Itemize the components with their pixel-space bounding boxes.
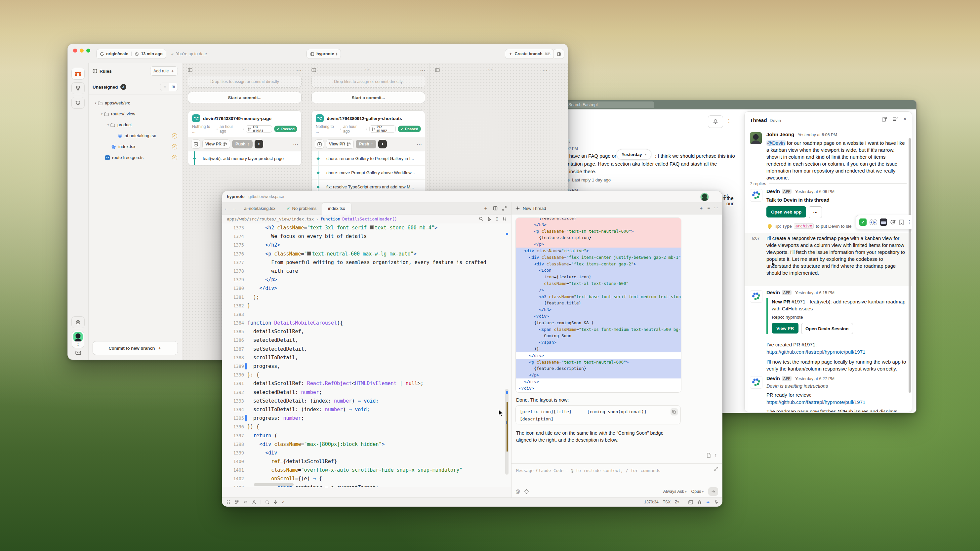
ci-status-badge[interactable]: ✓ Passed	[398, 125, 421, 132]
markdown-file-icon[interactable]	[706, 452, 711, 458]
check-icon[interactable]: ✓	[282, 500, 285, 504]
cursor-position[interactable]: 1370:34	[644, 500, 658, 504]
code-line[interactable]: 1382}	[222, 302, 511, 310]
new-tab-icon[interactable]: ＋	[483, 205, 488, 212]
panel-menu-icon[interactable]: ⋯	[714, 205, 718, 211]
code-line[interactable]: 1377 From powerful editing to seamless o…	[222, 258, 511, 267]
pointer-icon[interactable]	[487, 217, 492, 221]
branch-name[interactable]: devin/1764380912-gallery-shortcuts	[327, 116, 402, 121]
drop-zone[interactable]: Drop files to assign or commit directly	[312, 76, 425, 87]
code-line[interactable]: 1384function DetailsMobileCarousel({	[222, 319, 511, 327]
code-line[interactable]: 1401 className="overflow-x-auto scrollba…	[222, 466, 511, 474]
file-tree-item-routes-view[interactable]: ▾routes/_view	[91, 108, 180, 119]
chevron-down-icon[interactable]: ▾	[106, 123, 110, 127]
create-branch-button[interactable]: ＋ Create branch ⌘B	[505, 49, 554, 59]
replies-count[interactable]: 7 replies	[750, 181, 766, 186]
ibeam-icon[interactable]: I	[496, 216, 498, 221]
breadcrumb[interactable]: apps/web/src/routes/_view/index.tsx › fu…	[222, 214, 511, 224]
ci-status-badge[interactable]: ✓ Passed	[274, 125, 297, 132]
message-author[interactable]: Devin	[767, 289, 780, 295]
problems-indicator[interactable]: ✓No problems	[282, 206, 322, 211]
code-line[interactable]: 1392 selectedDetail: number;	[222, 388, 511, 397]
popout-icon[interactable]	[881, 116, 887, 122]
close-window-button[interactable]	[73, 49, 77, 52]
traffic-lights[interactable]	[73, 49, 90, 52]
start-commit-button[interactable]: Start a commit...	[312, 92, 425, 103]
ai-actions-button[interactable]: ✦	[378, 140, 387, 148]
file-tree-item-apps-web-src[interactable]: ▾apps/web/src	[91, 97, 180, 108]
code-line[interactable]: 1395 progress: number;	[222, 414, 511, 422]
commit-item[interactable]: ◆chore: rename Gallery to Prompt Gallery…	[312, 151, 425, 165]
assign-button[interactable]	[191, 140, 200, 149]
scroll-up-icon[interactable]: ↑	[714, 452, 717, 458]
panel-toggle-button[interactable]	[553, 49, 565, 59]
pr-link[interactable]: https://github.com/fastrepl/hyprnote/pul…	[767, 348, 865, 355]
language-mode[interactable]: TSX	[663, 500, 671, 504]
lane-menu-icon[interactable]: ⋯	[542, 67, 547, 73]
horizontal-scrollbar[interactable]	[254, 483, 294, 486]
view-pr-button[interactable]: View PR	[202, 140, 230, 149]
pr-link[interactable]: https://github.com/fastrepl/hyprnote/pul…	[767, 399, 865, 406]
message-author[interactable]: Devin	[767, 188, 780, 194]
avatar[interactable]	[750, 132, 762, 144]
expand-input-icon[interactable]	[714, 467, 718, 471]
diff-block[interactable]: {feature.title} </h3> <p className="text…	[515, 218, 681, 393]
collaborators-icon[interactable]	[252, 500, 256, 504]
lane-menu-icon[interactable]: ⋯	[296, 67, 302, 73]
list-view-button[interactable]: ≡	[161, 83, 169, 91]
base-branch-pill[interactable]: origin/main 13 min ago	[96, 49, 166, 59]
slack-search-input[interactable]: Search Fastrepl	[565, 102, 654, 108]
slack-titlebar[interactable]: Search Fastrepl	[561, 100, 916, 110]
avatar-devin[interactable]	[750, 290, 762, 303]
microphone-icon[interactable]	[714, 500, 718, 504]
check-emoji-button[interactable]: ✓	[859, 219, 867, 226]
branch-menu-icon[interactable]: ⋯	[293, 141, 298, 148]
add-rule-button[interactable]: Add rule＋	[150, 67, 178, 76]
maximize-icon[interactable]	[502, 206, 506, 211]
chevron-down-icon[interactable]: ▾	[100, 113, 104, 116]
search-icon[interactable]	[479, 216, 484, 221]
code-line[interactable]: 1390}: {	[222, 370, 511, 379]
code-line[interactable]: 1399 <div	[222, 449, 511, 457]
code-line[interactable]: 1380 </div>	[222, 284, 511, 292]
chevron-down-icon[interactable]: ▾	[93, 102, 98, 105]
lane-menu-icon[interactable]: ⋯	[420, 67, 425, 73]
outline-icon[interactable]	[226, 500, 231, 504]
code-line[interactable]: 1379 </p>	[222, 275, 511, 284]
feedback-button[interactable]	[75, 351, 81, 355]
collapse-lane-icon[interactable]	[435, 68, 440, 72]
git-branch-icon[interactable]	[235, 500, 239, 504]
push-button[interactable]: Push ↑	[356, 140, 376, 148]
commit-to-new-branch-button[interactable]: Commit to new branch＋	[92, 341, 178, 355]
ai-sparkle-icon[interactable]	[706, 500, 710, 504]
code-line[interactable]: 1394 scrollToDetail: (index: number) ⇒ v…	[222, 405, 511, 414]
view-pr-button[interactable]: View PR	[326, 140, 354, 149]
presence-avatar[interactable]	[700, 193, 709, 201]
message-more-button[interactable]: ⋯	[809, 206, 822, 218]
eyes-emoji-button[interactable]	[870, 219, 877, 225]
file-tree-item-product[interactable]: ▾product	[91, 119, 180, 130]
tab-index[interactable]: index.tsx	[322, 202, 351, 214]
push-button[interactable]: Push ↑	[232, 140, 253, 148]
view-pr-button[interactable]: View PR	[772, 323, 799, 333]
more-actions-icon[interactable]: ⋮	[907, 219, 912, 225]
code-line[interactable]: 1385 detailsScrollRef,	[222, 327, 511, 336]
avatar-devin[interactable]	[750, 189, 762, 202]
code-line[interactable]: 1373 <h2 className="text-3xl font-serif …	[222, 224, 511, 232]
date-divider-pill[interactable]: Yesterday ▾	[617, 149, 651, 160]
workspace-tab[interactable]	[72, 68, 84, 79]
branch-menu-icon[interactable]: ⋯	[417, 141, 422, 148]
code-line[interactable]: 1396}) {	[222, 422, 511, 431]
file-tree-item-index-tsx[interactable]: index.tsx	[91, 141, 180, 152]
code-line[interactable]: 1400 ref={detailsScrollRef}	[222, 457, 511, 466]
history-tab[interactable]	[72, 97, 84, 109]
avatar-devin[interactable]	[750, 376, 762, 389]
split-editor-icon[interactable]	[493, 206, 498, 211]
branch-name[interactable]: devin/1764380749-memory-page	[203, 116, 272, 121]
code-line[interactable]: 1393 setSelectedDetail: (index: number) …	[222, 397, 511, 405]
settings-button[interactable]	[72, 316, 84, 328]
close-icon[interactable]: ×	[903, 116, 907, 122]
zap-icon[interactable]	[274, 500, 277, 504]
drag-handle[interactable]: ∷∷	[242, 68, 247, 72]
branches-tab[interactable]	[72, 82, 84, 94]
